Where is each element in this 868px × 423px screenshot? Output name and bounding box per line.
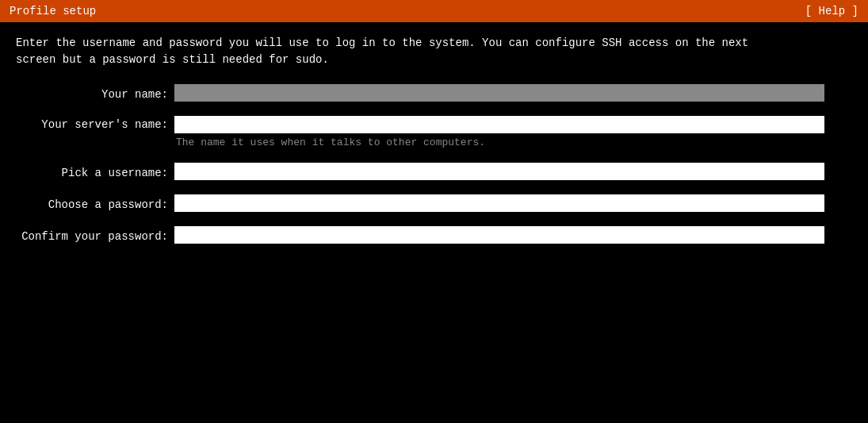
confirm-password-input[interactable] bbox=[174, 226, 824, 244]
server-name-row: Your server's name: The name it uses whe… bbox=[16, 116, 852, 148]
server-name-input[interactable] bbox=[174, 116, 824, 133]
description-text: Enter the username and password you will… bbox=[16, 35, 793, 68]
main-content: Enter the username and password you will… bbox=[0, 22, 868, 423]
your-name-label: Your name: bbox=[16, 88, 174, 101]
help-button[interactable]: [ Help ] bbox=[805, 5, 858, 17]
server-name-hint: The name it uses when it talks to other … bbox=[174, 137, 824, 148]
username-label: Pick a username: bbox=[16, 167, 174, 179]
your-name-input[interactable] bbox=[174, 84, 824, 102]
password-label: Choose a password: bbox=[16, 198, 174, 211]
page-title: Profile setup bbox=[10, 5, 96, 17]
your-name-row: Your name: bbox=[16, 84, 852, 102]
server-name-label: Your server's name: bbox=[16, 118, 174, 131]
header-bar: Profile setup [ Help ] bbox=[0, 0, 868, 22]
password-row: Choose a password: bbox=[16, 194, 852, 212]
username-input[interactable] bbox=[174, 163, 824, 180]
confirm-password-label: Confirm your password: bbox=[16, 230, 174, 243]
confirm-password-row: Confirm your password: bbox=[16, 226, 852, 244]
username-row: Pick a username: bbox=[16, 163, 852, 180]
server-name-field-group: The name it uses when it talks to other … bbox=[174, 116, 824, 148]
password-input[interactable] bbox=[174, 194, 824, 212]
